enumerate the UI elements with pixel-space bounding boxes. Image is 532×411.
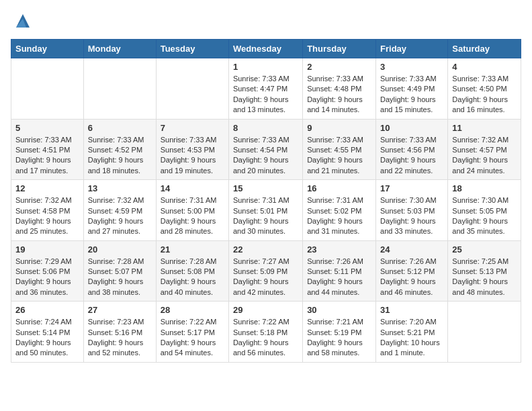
day-number: 15 — [233, 183, 298, 193]
calendar-cell — [83, 58, 156, 120]
weekday-header-row: SundayMondayTuesdayWednesdayThursdayFrid… — [11, 40, 521, 58]
day-info: Sunrise: 7:29 AMSunset: 5:06 PMDaylight:… — [15, 257, 79, 298]
day-info: Sunrise: 7:31 AMSunset: 5:00 PMDaylight:… — [161, 195, 224, 237]
weekday-header-sunday: Sunday — [11, 40, 84, 58]
calendar-cell: 28Sunrise: 7:22 AMSunset: 5:17 PMDayligh… — [156, 302, 228, 363]
day-info: Sunrise: 7:30 AMSunset: 5:03 PMDaylight:… — [380, 195, 443, 237]
day-number: 4 — [452, 62, 517, 72]
calendar-cell: 10Sunrise: 7:33 AMSunset: 4:56 PMDayligh… — [376, 119, 448, 180]
day-number: 13 — [88, 183, 152, 193]
calendar-cell: 19Sunrise: 7:29 AMSunset: 5:06 PMDayligh… — [11, 240, 84, 302]
logo-icon — [13, 11, 33, 31]
day-number: 29 — [233, 305, 298, 315]
calendar-cell — [156, 58, 228, 120]
calendar-week-row: 26Sunrise: 7:24 AMSunset: 5:14 PMDayligh… — [11, 302, 521, 363]
calendar-cell: 17Sunrise: 7:30 AMSunset: 5:03 PMDayligh… — [376, 180, 448, 241]
day-number: 2 — [307, 62, 371, 72]
weekday-header-saturday: Saturday — [448, 40, 521, 58]
calendar-cell: 6Sunrise: 7:33 AMSunset: 4:52 PMDaylight… — [83, 119, 156, 180]
day-info: Sunrise: 7:23 AMSunset: 5:16 PMDaylight:… — [88, 317, 152, 359]
calendar-cell: 22Sunrise: 7:27 AMSunset: 5:09 PMDayligh… — [228, 240, 302, 302]
calendar-table: SundayMondayTuesdayWednesdayThursdayFrid… — [11, 39, 521, 363]
day-number: 5 — [15, 123, 79, 133]
day-number: 26 — [15, 305, 79, 315]
day-number: 31 — [380, 305, 443, 315]
day-number: 11 — [452, 123, 517, 133]
calendar-cell: 31Sunrise: 7:20 AMSunset: 5:21 PMDayligh… — [376, 302, 448, 363]
day-number: 16 — [307, 183, 371, 193]
day-number: 19 — [15, 244, 79, 255]
day-info: Sunrise: 7:22 AMSunset: 5:18 PMDaylight:… — [233, 317, 298, 359]
calendar-cell: 4Sunrise: 7:33 AMSunset: 4:50 PMDaylight… — [448, 58, 521, 120]
day-number: 9 — [307, 123, 371, 133]
calendar-cell — [11, 58, 84, 120]
calendar-cell: 3Sunrise: 7:33 AMSunset: 4:49 PMDaylight… — [376, 58, 448, 120]
day-info: Sunrise: 7:28 AMSunset: 5:07 PMDaylight:… — [88, 257, 152, 298]
day-number: 7 — [161, 123, 224, 133]
calendar-cell: 23Sunrise: 7:26 AMSunset: 5:11 PMDayligh… — [303, 240, 376, 302]
day-info: Sunrise: 7:33 AMSunset: 4:56 PMDaylight:… — [380, 135, 443, 177]
day-number: 25 — [452, 244, 517, 255]
day-info: Sunrise: 7:32 AMSunset: 4:59 PMDaylight:… — [88, 195, 152, 237]
calendar-cell: 29Sunrise: 7:22 AMSunset: 5:18 PMDayligh… — [228, 302, 302, 363]
day-info: Sunrise: 7:33 AMSunset: 4:52 PMDaylight:… — [88, 135, 152, 177]
day-info: Sunrise: 7:28 AMSunset: 5:08 PMDaylight:… — [161, 257, 224, 298]
calendar-cell: 16Sunrise: 7:31 AMSunset: 5:02 PMDayligh… — [303, 180, 376, 241]
day-info: Sunrise: 7:33 AMSunset: 4:49 PMDaylight:… — [380, 74, 443, 116]
day-info: Sunrise: 7:33 AMSunset: 4:53 PMDaylight:… — [161, 135, 224, 177]
calendar-cell: 2Sunrise: 7:33 AMSunset: 4:48 PMDaylight… — [303, 58, 376, 120]
calendar-cell — [448, 302, 521, 363]
day-number: 6 — [88, 123, 152, 133]
day-info: Sunrise: 7:26 AMSunset: 5:11 PMDaylight:… — [307, 257, 371, 298]
calendar-week-row: 5Sunrise: 7:33 AMSunset: 4:51 PMDaylight… — [11, 119, 521, 180]
weekday-header-wednesday: Wednesday — [228, 40, 302, 58]
day-info: Sunrise: 7:33 AMSunset: 4:50 PMDaylight:… — [452, 74, 517, 116]
weekday-header-thursday: Thursday — [303, 40, 376, 58]
day-number: 17 — [380, 183, 443, 193]
day-number: 22 — [233, 244, 298, 255]
day-number: 20 — [88, 244, 152, 255]
weekday-header-friday: Friday — [376, 40, 448, 58]
calendar-cell: 7Sunrise: 7:33 AMSunset: 4:53 PMDaylight… — [156, 119, 228, 180]
day-info: Sunrise: 7:33 AMSunset: 4:55 PMDaylight:… — [307, 135, 371, 177]
header — [11, 11, 521, 31]
day-info: Sunrise: 7:33 AMSunset: 4:48 PMDaylight:… — [307, 74, 371, 116]
calendar-cell: 25Sunrise: 7:25 AMSunset: 5:13 PMDayligh… — [448, 240, 521, 302]
day-info: Sunrise: 7:31 AMSunset: 5:01 PMDaylight:… — [233, 195, 298, 237]
calendar-cell: 26Sunrise: 7:24 AMSunset: 5:14 PMDayligh… — [11, 302, 84, 363]
logo — [11, 11, 33, 31]
weekday-header-tuesday: Tuesday — [156, 40, 228, 58]
day-info: Sunrise: 7:24 AMSunset: 5:14 PMDaylight:… — [15, 317, 79, 359]
day-info: Sunrise: 7:25 AMSunset: 5:13 PMDaylight:… — [452, 257, 517, 298]
calendar-cell: 14Sunrise: 7:31 AMSunset: 5:00 PMDayligh… — [156, 180, 228, 241]
day-info: Sunrise: 7:33 AMSunset: 4:47 PMDaylight:… — [233, 74, 298, 116]
calendar-cell: 8Sunrise: 7:33 AMSunset: 4:54 PMDaylight… — [228, 119, 302, 180]
day-number: 1 — [233, 62, 298, 72]
calendar-cell: 12Sunrise: 7:32 AMSunset: 4:58 PMDayligh… — [11, 180, 84, 241]
calendar-cell: 30Sunrise: 7:21 AMSunset: 5:19 PMDayligh… — [303, 302, 376, 363]
day-number: 10 — [380, 123, 443, 133]
calendar-cell: 13Sunrise: 7:32 AMSunset: 4:59 PMDayligh… — [83, 180, 156, 241]
day-number: 23 — [307, 244, 371, 255]
calendar-cell: 21Sunrise: 7:28 AMSunset: 5:08 PMDayligh… — [156, 240, 228, 302]
calendar-week-row: 1Sunrise: 7:33 AMSunset: 4:47 PMDaylight… — [11, 58, 521, 120]
day-info: Sunrise: 7:30 AMSunset: 5:05 PMDaylight:… — [452, 195, 517, 237]
day-number: 12 — [15, 183, 79, 193]
calendar-cell: 24Sunrise: 7:26 AMSunset: 5:12 PMDayligh… — [376, 240, 448, 302]
day-info: Sunrise: 7:20 AMSunset: 5:21 PMDaylight:… — [380, 317, 443, 359]
calendar-cell: 5Sunrise: 7:33 AMSunset: 4:51 PMDaylight… — [11, 119, 84, 180]
day-number: 8 — [233, 123, 298, 133]
day-info: Sunrise: 7:33 AMSunset: 4:51 PMDaylight:… — [15, 135, 79, 177]
day-number: 14 — [161, 183, 224, 193]
page-container: SundayMondayTuesdayWednesdayThursdayFrid… — [0, 0, 532, 373]
calendar-cell: 27Sunrise: 7:23 AMSunset: 5:16 PMDayligh… — [83, 302, 156, 363]
calendar-cell: 18Sunrise: 7:30 AMSunset: 5:05 PMDayligh… — [448, 180, 521, 241]
day-info: Sunrise: 7:26 AMSunset: 5:12 PMDaylight:… — [380, 257, 443, 298]
day-number: 21 — [161, 244, 224, 255]
day-number: 18 — [452, 183, 517, 193]
day-number: 27 — [88, 305, 152, 315]
calendar-week-row: 19Sunrise: 7:29 AMSunset: 5:06 PMDayligh… — [11, 240, 521, 302]
day-info: Sunrise: 7:32 AMSunset: 4:58 PMDaylight:… — [15, 195, 79, 237]
day-number: 24 — [380, 244, 443, 255]
day-info: Sunrise: 7:27 AMSunset: 5:09 PMDaylight:… — [233, 257, 298, 298]
